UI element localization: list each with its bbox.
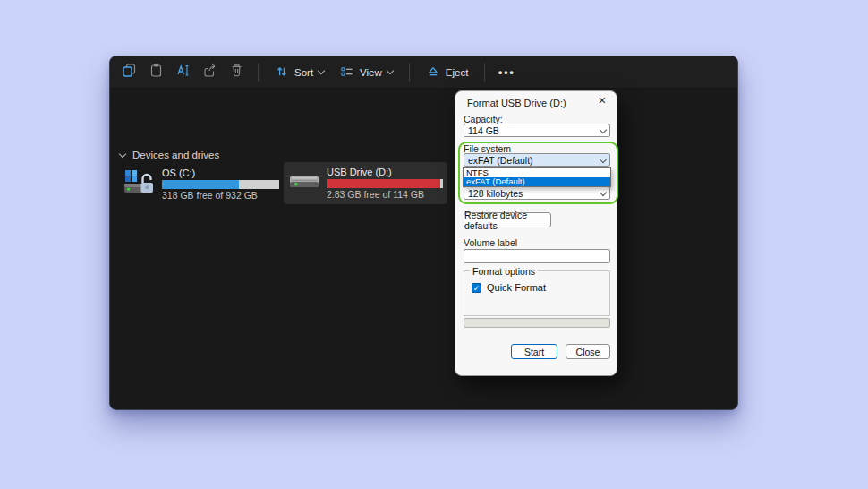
copy-icon — [122, 63, 137, 82]
capacity-bar — [327, 179, 443, 188]
rename-button[interactable] — [169, 61, 196, 84]
drive-free-space: 2.83 GB free of 114 GB — [327, 190, 443, 200]
quick-format-label: Quick Format — [487, 282, 546, 293]
capacity-bar — [162, 180, 279, 189]
file-system-value: exFAT (Default) — [468, 155, 533, 166]
drive-name: USB Drive (D:) — [327, 167, 443, 177]
sort-icon — [275, 64, 289, 81]
format-options-group: Format options ✓ Quick Format — [464, 270, 610, 316]
toolbar-separator — [409, 64, 410, 82]
quick-format-row[interactable]: ✓ Quick Format — [472, 282, 546, 293]
delete-icon — [229, 63, 244, 82]
devices-and-drives-label: Devices and drives — [132, 150, 219, 160]
toolbar-separator — [258, 64, 259, 82]
copy-button[interactable] — [115, 61, 142, 84]
delete-button[interactable] — [223, 61, 250, 84]
dialog-title: Format USB Drive (D:) — [467, 98, 566, 108]
os-drive-icon — [123, 168, 156, 201]
drive-info: OS (C:) 318 GB free of 932 GB — [162, 167, 279, 201]
volume-label-label: Volume label — [464, 237, 517, 248]
view-button-label: View — [360, 67, 382, 78]
volume-label-input[interactable] — [464, 249, 610, 263]
drive-tile-os-c[interactable]: OS (C:) 318 GB free of 932 GB — [119, 163, 284, 205]
share-button[interactable] — [196, 61, 223, 84]
paste-button[interactable] — [142, 61, 169, 84]
file-explorer-window: Sort View Eject ••• Devices and drives — [109, 56, 738, 410]
drive-info: USB Drive (D:) 2.83 GB free of 114 GB — [327, 167, 443, 200]
restore-device-defaults-button[interactable]: Restore device defaults — [464, 212, 551, 227]
format-progress-bar — [464, 318, 610, 328]
toolbar-separator — [484, 64, 485, 82]
chevron-down-icon — [600, 126, 607, 133]
drive-free-space: 318 GB free of 932 GB — [162, 191, 279, 201]
close-icon[interactable]: × — [595, 93, 609, 107]
capacity-value: 114 GB — [468, 125, 499, 136]
capacity-dropdown[interactable]: 114 GB — [464, 124, 610, 137]
format-options-label: Format options — [470, 266, 538, 277]
capacity-bar-fill — [162, 180, 239, 189]
chevron-down-icon — [318, 67, 325, 74]
view-icon — [340, 64, 354, 81]
start-button[interactable]: Start — [511, 344, 557, 359]
eject-icon — [426, 64, 440, 81]
collapse-chevron-icon — [119, 150, 126, 157]
eject-button-label: Eject — [446, 67, 469, 78]
explorer-command-bar: Sort View Eject ••• — [110, 56, 737, 89]
rename-icon — [175, 63, 191, 82]
capacity-bar-fill — [327, 179, 440, 188]
allocation-unit-dropdown[interactable]: 128 kilobytes — [464, 186, 610, 200]
file-system-option-exfat[interactable]: exFAT (Default) — [464, 177, 610, 186]
view-button[interactable]: View — [332, 61, 401, 84]
quick-format-checkbox[interactable]: ✓ — [472, 283, 481, 293]
eject-button[interactable]: Eject — [418, 61, 477, 84]
sort-button[interactable]: Sort — [267, 61, 332, 84]
file-system-option-list: NTFS exFAT (Default) — [463, 167, 611, 187]
share-icon — [202, 63, 217, 82]
chevron-down-icon — [600, 156, 607, 163]
devices-and-drives-header[interactable]: Devices and drives — [120, 150, 219, 160]
file-system-dropdown[interactable]: exFAT (Default) — [464, 153, 610, 167]
chevron-down-icon — [387, 67, 394, 74]
more-options-button[interactable]: ••• — [493, 61, 520, 84]
format-usb-drive-dialog: Format USB Drive (D:) × Capacity: 114 GB… — [455, 90, 617, 376]
drive-name: OS (C:) — [162, 167, 279, 178]
drive-tile-usb-d[interactable]: USB Drive (D:) 2.83 GB free of 114 GB — [284, 162, 447, 204]
usb-drive-icon — [288, 169, 320, 198]
close-button[interactable]: Close — [566, 344, 610, 359]
allocation-unit-value: 128 kilobytes — [468, 188, 523, 199]
paste-icon — [149, 63, 164, 82]
sort-button-label: Sort — [294, 67, 313, 78]
chevron-down-icon — [600, 189, 607, 196]
more-icon: ••• — [498, 66, 515, 79]
